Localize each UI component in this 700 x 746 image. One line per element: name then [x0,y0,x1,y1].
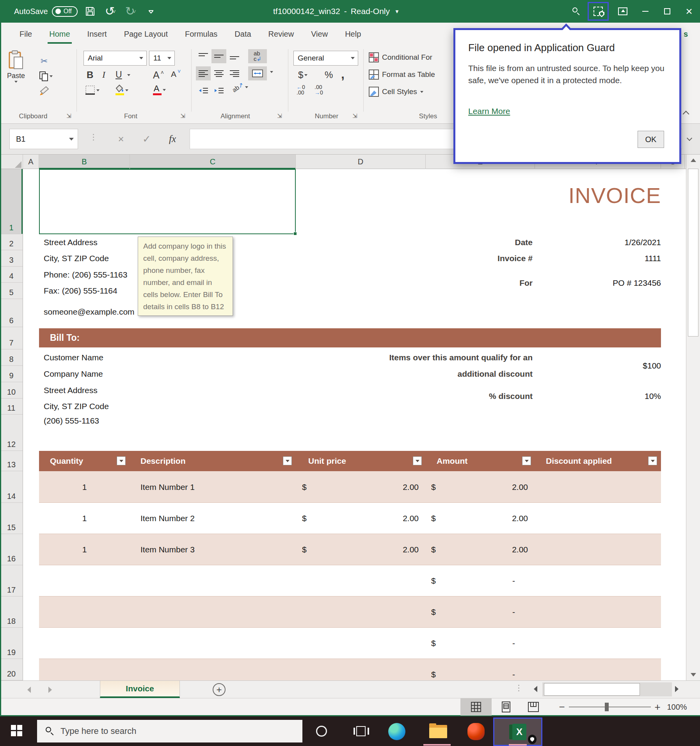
tab-formulas[interactable]: Formulas [176,23,226,45]
ribbon-display-options-button[interactable] [618,7,627,15]
horizontal-scroll-thumb[interactable] [544,683,640,696]
zoom-slider-thumb[interactable] [605,703,609,711]
align-right-button[interactable] [227,66,242,80]
table-row[interactable]: 1 Item Number 3 $ 2.00 $ 2.00 [39,534,661,565]
header-unit-price[interactable]: Unit price [308,451,346,471]
row-header-4[interactable]: 4 [0,267,23,283]
tab-page-layout[interactable]: Page Layout [115,23,176,45]
cell-date-label[interactable]: Date [390,234,533,250]
autosave-toggle[interactable]: AutoSave Off [14,6,78,17]
cell-company-email[interactable]: someone@example.com [44,302,135,322]
percent-style-button[interactable]: % [325,69,333,80]
tab-bar-splitter[interactable] [518,685,519,691]
paste-button[interactable]: Paste [7,50,25,83]
zoom-level[interactable]: 100% [663,698,691,716]
row-header-12[interactable]: 12 [0,415,23,451]
row-header-14[interactable]: 14 [0,471,23,503]
table-row[interactable]: 1 Item Number 2 $ 2.00 $ 2.00 [39,503,661,534]
accounting-format-button[interactable]: $ [298,69,307,80]
align-top-button[interactable] [196,49,211,63]
cell-unit-price[interactable]: 2.00 [297,534,419,565]
cell-bill-phone[interactable]: (206) 555-1163 [44,413,99,429]
orientation-button[interactable]: ab↗ [232,84,248,91]
zoom-out-button[interactable]: − [556,698,568,716]
read-only-badge[interactable]: Read-Only [351,7,390,16]
merge-dropdown[interactable] [270,71,273,73]
scroll-left-arrow-icon[interactable] [534,686,537,692]
autosave-switch[interactable]: Off [52,6,78,17]
header-amount[interactable]: Amount [437,451,467,471]
increase-indent-button[interactable] [211,84,226,98]
filter-button-unit-price[interactable] [413,456,422,465]
table-row[interactable]: 1 Item Number 1 $ 2.00 $ 2.00 [39,471,661,503]
cell-discount-note-line2[interactable]: additional discount [273,366,533,382]
row-header-8[interactable]: 8 [0,349,23,366]
cell-amount[interactable]: - [429,565,515,596]
cell-discount-note-line1[interactable]: Items over this amount qualify for an [273,349,533,366]
align-left-button[interactable] [196,66,211,80]
filter-button-amount[interactable] [522,456,531,465]
header-description[interactable]: Description [140,451,186,471]
row-header-2[interactable]: 2 [0,234,23,250]
italic-button[interactable]: I [102,69,105,80]
alignment-dialog-launcher[interactable]: ⇲ [277,112,283,119]
table-row[interactable]: $ - [39,659,661,680]
minimize-button[interactable] [634,0,656,23]
header-discount-applied[interactable]: Discount applied [546,451,612,471]
row-header-1[interactable]: 1 [0,169,23,234]
cell-discount-threshold[interactable]: $100 [544,358,661,374]
start-button[interactable] [11,725,23,737]
maximize-button[interactable] [656,0,678,23]
row-header-17[interactable]: 17 [0,565,23,596]
page-break-preview-button[interactable] [521,698,546,716]
vertical-scroll-thumb[interactable] [688,169,698,337]
task-view-icon[interactable] [354,726,369,737]
scroll-right-arrow-icon[interactable] [675,686,679,692]
conditional-formatting-button[interactable]: Conditional For [369,52,432,62]
align-middle-button[interactable] [211,49,226,63]
column-header-D[interactable]: D [296,155,426,169]
column-header-C[interactable]: C [130,155,296,169]
cell-description[interactable]: Item Number 1 [140,471,195,503]
fill-handle[interactable] [293,232,297,235]
comma-style-button[interactable]: , [341,67,345,82]
insert-function-button[interactable]: fx [162,129,183,149]
edge-browser-icon[interactable] [388,723,405,740]
cell-company-fax[interactable]: Fax: (206) 555-1164 [44,283,117,299]
scroll-up-arrow-icon[interactable] [691,158,696,162]
cell-date-value[interactable]: 1/26/2021 [544,234,661,250]
select-all-button[interactable] [0,155,23,169]
search-button[interactable] [567,2,585,20]
cell-qty[interactable]: 1 [39,503,130,534]
cell-company-street[interactable]: Street Address [44,234,98,250]
bold-button[interactable]: B [87,69,93,80]
customize-quick-access-button[interactable] [143,4,159,19]
tab-file[interactable]: File [11,23,41,45]
cortana-icon[interactable] [316,726,327,737]
number-format-combo[interactable]: General [293,51,358,66]
previous-sheet-button[interactable] [27,687,31,693]
row-header-20[interactable]: 20 [0,659,23,680]
filter-button-quantity[interactable] [117,456,126,465]
redo-button[interactable]: ↻˅ [123,4,139,19]
font-size-combo[interactable]: 11 [149,51,175,66]
cell-company-city[interactable]: City, ST ZIP Code [44,250,109,267]
decrease-decimal-button[interactable]: .00→0 [314,84,323,95]
cell-unit-price[interactable]: 2.00 [297,471,419,503]
taskbar-search-input[interactable]: Type here to search [37,720,302,742]
application-guard-indicator[interactable] [588,2,609,21]
cell-amount[interactable]: - [429,596,515,628]
tab-home[interactable]: Home [41,23,78,45]
fill-color-button[interactable] [114,84,128,96]
row-header-16[interactable]: 16 [0,534,23,565]
increase-font-button[interactable]: A˄ [153,69,164,81]
format-painter-button[interactable] [39,86,49,96]
save-button[interactable] [82,4,98,19]
copy-button[interactable] [39,71,53,81]
worksheet-area[interactable]: INVOICE Street Address City, ST ZIP Code… [23,169,686,680]
row-header-19[interactable]: 19 [0,628,23,659]
cell-qty[interactable]: 1 [39,534,130,565]
align-bottom-button[interactable] [227,49,242,63]
row-header-5[interactable]: 5 [0,283,23,299]
vertical-scrollbar[interactable] [686,155,700,680]
